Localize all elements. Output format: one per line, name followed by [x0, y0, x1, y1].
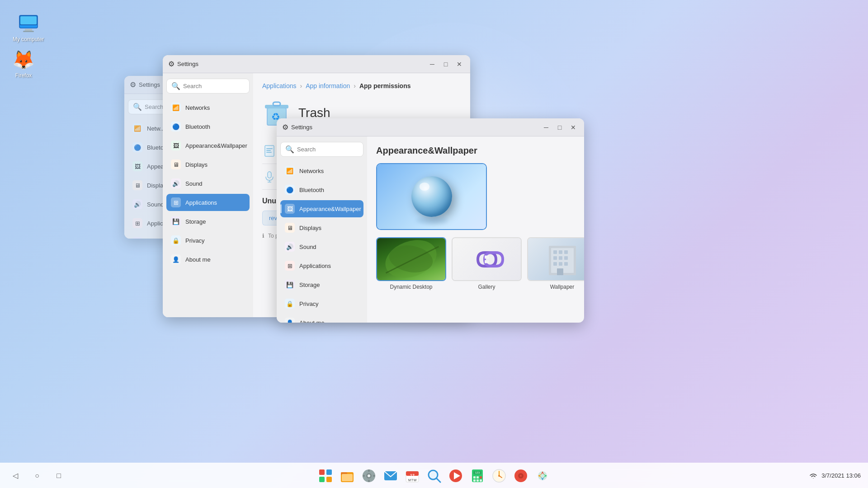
svg-rect-29	[564, 256, 568, 260]
calculator-app-icon[interactable]: 123	[468, 467, 486, 485]
appearance-icon: 🖼	[171, 141, 181, 150]
wallpaper-close-btn[interactable]: ✕	[568, 122, 579, 133]
wp-networks-icon: 📶	[285, 166, 295, 176]
taskbar: ◁ ○ □	[0, 463, 868, 488]
svg-rect-32	[564, 262, 568, 266]
media-app-icon[interactable]	[447, 467, 465, 485]
wallpaper-maximize-btn[interactable]: □	[554, 122, 565, 133]
sphere-highlight	[420, 183, 430, 191]
firefox-label: Firefox	[15, 72, 32, 79]
svg-rect-44	[368, 469, 370, 472]
wp-privacy-icon: 🔒	[285, 299, 295, 309]
back-button[interactable]: ◁	[7, 468, 24, 484]
applications-icon: ⊞	[171, 197, 181, 207]
wp-sidebar-displays[interactable]: 🖥 Displays	[280, 219, 363, 236]
sphere-container	[411, 176, 452, 217]
calendar-app-icon[interactable]: 12 M T W	[403, 467, 421, 485]
wallpaper-search-box[interactable]: 🔍	[280, 142, 363, 157]
svg-rect-45	[368, 480, 370, 482]
svg-rect-26	[564, 250, 568, 254]
wp-sidebar-privacy[interactable]: 🔒 Privacy	[280, 295, 363, 312]
settings-titlebar: ⚙ Settings ─ □ ✕	[163, 55, 470, 73]
launcher-app-icon[interactable]	[316, 467, 335, 485]
settings-window-controls[interactable]: ─ □ ✕	[427, 59, 465, 70]
bg-networks-icon: 📶	[132, 123, 142, 133]
wallpaper-window-controls[interactable]: ─ □ ✕	[541, 122, 579, 133]
bg-displays-icon: 🖥	[132, 180, 142, 190]
window-wallpaper[interactable]: ⚙ Settings ─ □ ✕ 🔍 📶 Networks 🔵 Bluetoot…	[277, 118, 584, 323]
wallpaper-option-dynamic[interactable]: Dynamic Desktop	[376, 237, 446, 290]
sidebar-storage[interactable]: 💾 Storage	[166, 213, 250, 230]
email-app-icon[interactable]	[382, 467, 400, 485]
displays-icon: 🖥	[171, 160, 181, 169]
wp-displays-icon: 🖥	[285, 223, 295, 233]
recent-button[interactable]: □	[51, 468, 67, 484]
breadcrumb-appinfo[interactable]: App information	[306, 82, 350, 89]
desktop-icon-mycomputer[interactable]: My computer	[9, 9, 47, 46]
home-button[interactable]: ○	[29, 468, 45, 484]
wp-sidebar-networks[interactable]: 📶 Networks	[280, 162, 363, 179]
wallpaper-label: Wallpaper	[550, 284, 575, 290]
wallpaper-option-gallery[interactable]: Gallery	[452, 237, 522, 290]
taskbar-right: 3/7/2021 13:06	[809, 472, 861, 479]
taskbar-left: ◁ ○ □	[7, 468, 67, 484]
taskbar-center: 12 M T W 123	[316, 467, 552, 485]
files-app-icon[interactable]	[338, 467, 356, 485]
wallpaper-minimize-btn[interactable]: ─	[541, 122, 552, 133]
breadcrumb-applications[interactable]: Applications	[262, 82, 297, 89]
photos-app-icon[interactable]	[533, 467, 552, 485]
sidebar-privacy[interactable]: 🔒 Privacy	[166, 232, 250, 249]
svg-rect-65	[480, 476, 482, 479]
wallpaper-option-wallpaper[interactable]: Wallpaper	[527, 237, 584, 290]
wifi-icon	[809, 472, 818, 479]
settings-search-input[interactable]	[183, 83, 253, 89]
sidebar-sound[interactable]: 🔊 Sound	[166, 175, 250, 192]
my-computer-icon	[18, 13, 39, 34]
wallpaper-search-input[interactable]	[297, 146, 367, 153]
microphone-icon	[262, 169, 277, 184]
sound-icon: 🔊	[171, 178, 181, 188]
sidebar-displays[interactable]: 🖥 Displays	[166, 156, 250, 173]
wp-storage-icon: 💾	[285, 280, 295, 290]
wp-sidebar-appearance[interactable]: 🖼 Appearance&Wallpaper	[280, 200, 363, 217]
clock-app-icon[interactable]	[490, 467, 508, 485]
search-app-icon[interactable]	[425, 467, 443, 485]
sidebar-about[interactable]: 👤 About me	[166, 251, 250, 268]
svg-rect-9	[273, 102, 280, 106]
wp-sidebar-sound[interactable]: 🔊 Sound	[280, 238, 363, 255]
wp-sidebar-bluetooth[interactable]: 🔵 Bluetooth	[280, 181, 363, 198]
wp-sidebar-storage[interactable]: 💾 Storage	[280, 276, 363, 293]
music-app-icon[interactable]	[512, 467, 530, 485]
sidebar-networks[interactable]: 📶 Networks	[166, 99, 250, 116]
svg-rect-27	[553, 256, 557, 260]
settings-search-icon: 🔍	[171, 82, 180, 90]
svg-text:W: W	[414, 479, 417, 482]
desktop-icon-firefox[interactable]: 🦊 Firefox	[9, 45, 38, 82]
settings-maximize-btn[interactable]: □	[440, 59, 451, 70]
settings-app-icon[interactable]	[360, 467, 378, 485]
bg-storage-icon: 💾	[132, 237, 142, 239]
svg-rect-35	[326, 469, 332, 475]
settings-close-btn[interactable]: ✕	[454, 59, 465, 70]
svg-rect-47	[373, 475, 375, 477]
firefox-icon: 🦊	[13, 49, 34, 70]
documents-icon	[262, 144, 277, 158]
wp-sidebar-applications[interactable]: ⊞ Applications	[280, 257, 363, 274]
sidebar-applications[interactable]: ⊞ Applications	[166, 194, 250, 211]
dynamic-desktop-thumb	[376, 237, 446, 281]
wp-sound-icon: 🔊	[285, 242, 295, 252]
svg-rect-11	[266, 148, 273, 149]
wp-active-indicator	[280, 204, 282, 213]
bg-appearance-icon: 🖼	[132, 161, 142, 171]
wp-sidebar-about[interactable]: 👤 About me	[280, 314, 363, 323]
settings-minimize-btn[interactable]: ─	[427, 59, 438, 70]
svg-rect-4	[23, 31, 34, 32]
storage-icon: 💾	[171, 216, 181, 226]
settings-search-box[interactable]: 🔍	[166, 79, 250, 94]
dynamic-desktop-label: Dynamic Desktop	[390, 284, 432, 290]
svg-rect-31	[559, 262, 562, 266]
sidebar-appearance[interactable]: 🖼 Appearance&Wallpaper	[166, 137, 250, 154]
svg-rect-68	[480, 479, 482, 482]
sidebar-bluetooth[interactable]: 🔵 Bluetooth	[166, 118, 250, 135]
breadcrumb-apppermissions: App permissions	[359, 82, 411, 89]
